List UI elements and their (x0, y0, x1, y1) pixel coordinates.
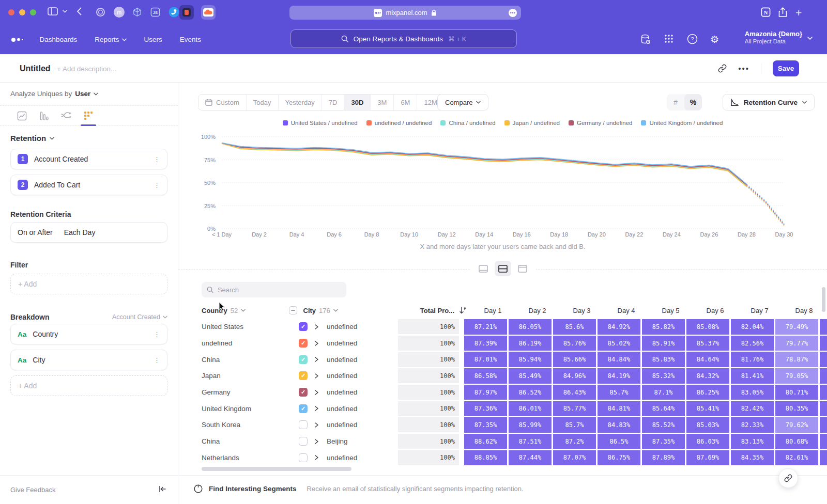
country-cell[interactable]: China (202, 437, 299, 445)
step-event-label[interactable]: Account Created (34, 155, 147, 163)
retention-cell[interactable]: 85.7% (553, 417, 596, 433)
range-button-3m[interactable]: 3M (370, 94, 393, 110)
retention-cell[interactable]: 86.19% (509, 336, 552, 351)
expand-row-icon[interactable] (314, 373, 327, 379)
kebab-menu-icon[interactable]: ⋮ (154, 330, 160, 338)
nav-link-events[interactable]: Events (180, 36, 201, 43)
retention-cell[interactable]: 83.13% (731, 434, 774, 449)
retention-curve-plot[interactable] (219, 132, 787, 235)
retention-cell[interactable]: 86.75% (598, 450, 640, 466)
extension-mixpanel-icon[interactable] (179, 5, 194, 20)
retention-cell[interactable]: 80.68% (775, 434, 818, 449)
retention-cell[interactable]: 86.5% (598, 434, 640, 449)
range-button-6m[interactable]: 6M (393, 94, 417, 110)
retention-cell[interactable]: 85.64% (642, 401, 685, 417)
day-column-header[interactable]: Day 2 (516, 307, 559, 314)
unit-button-absolute[interactable]: # (667, 94, 684, 111)
retention-cell[interactable]: 81.41% (731, 368, 774, 384)
city-cell[interactable]: undefined (327, 323, 398, 330)
day-column-header[interactable]: Day 8 (783, 307, 825, 314)
sidebar-chevron-down-icon[interactable] (63, 10, 67, 13)
close-window-button[interactable] (8, 9, 14, 15)
compare-button[interactable]: Compare (437, 94, 488, 111)
retention-cell[interactable]: 88.85% (464, 450, 507, 466)
browser-back-icon[interactable] (76, 7, 82, 15)
legend-item[interactable]: undefined / undefined (366, 120, 432, 126)
retention-cell[interactable]: 84.83% (598, 417, 640, 433)
extension-bird-icon[interactable] (169, 7, 179, 18)
retention-cell[interactable]: 87.21% (464, 319, 507, 335)
apps-grid-icon[interactable] (664, 34, 674, 46)
collapse-sidebar-icon[interactable] (158, 485, 166, 495)
retention-cell[interactable]: 85.99% (509, 417, 552, 433)
retention-cell[interactable]: 79.49% (775, 319, 818, 335)
expand-row-icon[interactable] (314, 406, 327, 411)
retention-cell[interactable]: 86.05% (509, 319, 552, 335)
breakdown-item-country[interactable]: Aa Country ⋮ (10, 324, 167, 344)
retention-cell[interactable]: 86.01% (509, 401, 552, 417)
legend-item[interactable]: Japan / undefined (504, 120, 560, 126)
retention-cell[interactable]: 87.35% (464, 417, 507, 433)
project-switcher[interactable]: Amazonia {Demo} All Project Data (745, 30, 813, 44)
extension-m-icon[interactable]: m (114, 7, 125, 18)
tab-insights[interactable] (12, 108, 31, 123)
view-table-only-button[interactable] (514, 261, 531, 276)
retention-cell[interactable]: 87.69% (686, 450, 729, 466)
retention-cell[interactable]: 86.52% (509, 385, 552, 400)
total-progress-cell[interactable]: 100% (398, 385, 459, 400)
retention-cell[interactable]: 87.36% (464, 401, 507, 417)
url-bar[interactable]: mixpanel.com ••• (289, 6, 521, 20)
nav-link-users[interactable]: Users (144, 36, 162, 43)
city-cell[interactable]: Beijing (327, 437, 398, 445)
share-link-floating-button[interactable] (778, 468, 798, 488)
day-column-header[interactable]: Day 5 (649, 307, 692, 314)
expand-row-icon[interactable] (314, 341, 327, 346)
column-header-city[interactable]: City 176 (303, 307, 411, 314)
retention-cell[interactable]: 87.44% (509, 450, 552, 466)
tab-flows[interactable] (57, 108, 75, 123)
retention-cell[interactable]: 85.94% (509, 352, 552, 367)
retention-cell[interactable]: 84.84% (598, 352, 640, 367)
country-cell[interactable]: Japan (202, 372, 299, 380)
more-options-icon[interactable]: ••• (738, 64, 749, 73)
total-progress-cell[interactable]: 100% (398, 450, 459, 465)
expand-row-icon[interactable] (314, 324, 327, 329)
vertical-scrollbar[interactable] (822, 287, 825, 312)
criteria-on-or-after[interactable]: On or After (18, 228, 53, 237)
criteria-each-day[interactable]: Each Day (64, 228, 96, 237)
kebab-menu-icon[interactable]: ⋮ (154, 181, 160, 189)
column-header-country[interactable]: Country 52 (202, 307, 289, 314)
retention-cell[interactable]: 85.7% (598, 385, 640, 400)
segments-title[interactable]: Find Interesting Segments (209, 485, 297, 493)
total-progress-cell[interactable]: 100% (398, 336, 459, 351)
tab-retention[interactable] (79, 108, 98, 123)
row-checkbox-checked[interactable]: ✓ (299, 355, 308, 364)
day-column-header[interactable]: Day 3 (560, 307, 603, 314)
breakdown-property-label[interactable]: City (33, 356, 147, 364)
retention-cell[interactable]: 85.77% (553, 401, 596, 417)
retention-cell[interactable]: 84.96% (553, 368, 596, 384)
city-cell[interactable]: undefined (327, 372, 398, 380)
add-description-placeholder[interactable]: + Add description... (57, 65, 116, 73)
day-column-header[interactable]: Day 4 (605, 307, 648, 314)
help-icon[interactable]: ? (687, 34, 698, 46)
retention-cell[interactable]: 85.49% (509, 368, 552, 384)
city-cell[interactable]: undefined (327, 454, 398, 462)
retention-cell[interactable]: 87.89% (642, 450, 685, 466)
retention-cell[interactable]: 80.35% (775, 401, 818, 417)
total-progress-cell[interactable]: 100% (398, 319, 459, 334)
total-progress-cell[interactable]: 100% (398, 352, 459, 367)
view-chart-only-button[interactable] (475, 261, 492, 276)
retention-cell[interactable]: 85.76% (553, 336, 596, 351)
retention-cell[interactable]: 85.82% (642, 319, 685, 335)
copy-link-icon[interactable] (718, 64, 727, 73)
day-column-header[interactable]: Day 6 (694, 307, 737, 314)
kebab-menu-icon[interactable]: ⋮ (154, 155, 160, 163)
retention-cell[interactable]: 86.58% (464, 368, 507, 384)
retention-cell[interactable]: 84.19% (598, 368, 640, 384)
retention-cell[interactable]: 84.92% (598, 319, 640, 335)
analyze-value[interactable]: User (75, 90, 90, 98)
total-progress-cell[interactable]: 100% (398, 401, 459, 416)
row-checkbox-checked[interactable]: ✓ (299, 322, 308, 331)
total-progress-cell[interactable]: 100% (398, 368, 459, 383)
